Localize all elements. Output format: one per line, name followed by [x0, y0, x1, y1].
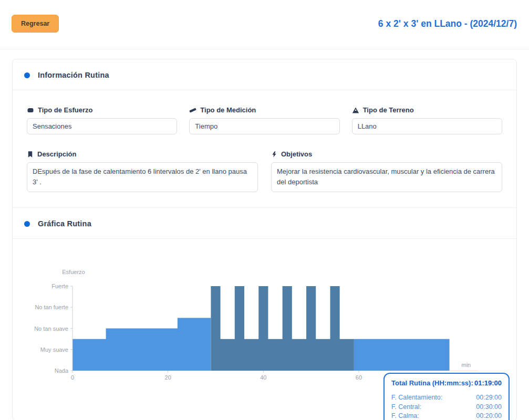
- svg-text:40: 40: [260, 374, 266, 381]
- summary-row-label: F. Central:: [391, 403, 421, 411]
- tipo-terreno-label-row: Tipo de Terreno: [352, 106, 502, 114]
- top-bar: Regresar 6 x 2' x 3' en LLano - (2024/12…: [0, 0, 529, 33]
- section-header-info: Información Rutina: [13, 59, 516, 90]
- summary-row-label: F. Calma:: [391, 412, 419, 419]
- back-button[interactable]: Regresar: [12, 15, 59, 33]
- tipo-esfuerzo-label: Tipo de Esfuerzo: [38, 106, 93, 114]
- field-tipo-medicion: Tipo de Medición: [189, 106, 339, 134]
- field-objetivos: Objetivos Mejorar la resistencia cardiov…: [271, 150, 502, 194]
- page-title: 6 x 2' x 3' en LLano - (2024/12/7): [378, 18, 517, 29]
- mountain-icon: [352, 107, 359, 114]
- svg-text:Esfuerzo: Esfuerzo: [62, 269, 85, 275]
- tipo-esfuerzo-input[interactable]: [27, 118, 177, 134]
- summary-row-value: 00:20:00: [476, 412, 502, 419]
- summary-row-calentamiento: F. Calentamiento: 00:29:00: [391, 394, 502, 401]
- bookmark-icon: [27, 151, 34, 158]
- svg-text:Nada: Nada: [55, 368, 69, 374]
- tipo-medicion-label-row: Tipo de Medición: [189, 106, 339, 114]
- field-tipo-terreno: Tipo de Terreno: [352, 106, 502, 134]
- tipo-terreno-input[interactable]: [352, 118, 502, 134]
- svg-text:No tan suave: No tan suave: [34, 326, 68, 332]
- summary-row-calma: F. Calma: 00:20:00: [391, 412, 502, 419]
- svg-text:min: min: [461, 362, 471, 368]
- fist-icon: [27, 107, 34, 114]
- tipo-medicion-label: Tipo de Medición: [200, 106, 256, 114]
- svg-text:Muy suave: Muy suave: [40, 346, 68, 353]
- summary-row-value: 00:30:00: [476, 403, 502, 411]
- svg-text:No tan fuerte: No tan fuerte: [35, 304, 68, 310]
- summary-row-central: F. Central: 00:30:00: [391, 403, 502, 411]
- descripcion-textarea[interactable]: DEspués de la fase de calentamiento 6 li…: [27, 162, 258, 192]
- descripcion-label: Descripción: [37, 150, 76, 158]
- lightning-icon: [271, 151, 277, 158]
- objetivos-label: Objetivos: [281, 150, 312, 158]
- section-dot-icon: [24, 72, 30, 78]
- form-row-1: Tipo de Esfuerzo Tipo de Medición Tipo d…: [27, 106, 502, 134]
- section-header-chart: Gráfica Rutina: [13, 207, 516, 239]
- svg-text:Fuerte: Fuerte: [51, 283, 68, 289]
- descripcion-label-row: Descripción: [27, 150, 258, 158]
- routine-chart-area: NadaMuy suaveNo tan suaveNo tan fuerteFu…: [13, 239, 516, 420]
- objetivos-textarea[interactable]: Mejorar la resistencia cardiovascular, m…: [271, 162, 502, 192]
- summary-row-label: F. Calentamiento:: [391, 394, 442, 401]
- ruler-icon: [189, 107, 196, 114]
- summary-total-row: Total Rutina (HH:mm:ss): 01:19:00: [391, 379, 502, 387]
- svg-text:20: 20: [165, 374, 171, 381]
- routine-summary-box: Total Rutina (HH:mm:ss): 01:19:00 F. Cal…: [383, 373, 510, 420]
- svg-text:60: 60: [356, 374, 362, 381]
- routine-form: Tipo de Esfuerzo Tipo de Medición Tipo d…: [13, 90, 516, 194]
- tipo-medicion-input[interactable]: [189, 118, 339, 134]
- field-descripcion: Descripción DEspués de la fase de calent…: [27, 150, 258, 194]
- summary-total-value: 01:19:00: [474, 379, 502, 387]
- routine-card: Información Rutina Tipo de Esfuerzo Tipo…: [12, 59, 517, 420]
- effort-step-chart: NadaMuy suaveNo tan suaveNo tan fuerteFu…: [13, 239, 516, 385]
- objetivos-label-row: Objetivos: [271, 150, 502, 158]
- form-row-2: Descripción DEspués de la fase de calent…: [27, 150, 502, 194]
- top-divider: [0, 49, 529, 49]
- section-dot-icon: [24, 221, 30, 227]
- summary-row-value: 00:29:00: [476, 394, 502, 401]
- svg-text:0: 0: [71, 374, 74, 381]
- field-tipo-esfuerzo: Tipo de Esfuerzo: [27, 106, 177, 134]
- section-title-chart: Gráfica Rutina: [38, 219, 91, 228]
- tipo-terreno-label: Tipo de Terreno: [363, 106, 414, 114]
- tipo-esfuerzo-label-row: Tipo de Esfuerzo: [27, 106, 177, 114]
- section-title-info: Información Rutina: [38, 71, 109, 79]
- summary-total-label: Total Rutina (HH:mm:ss):: [391, 379, 473, 387]
